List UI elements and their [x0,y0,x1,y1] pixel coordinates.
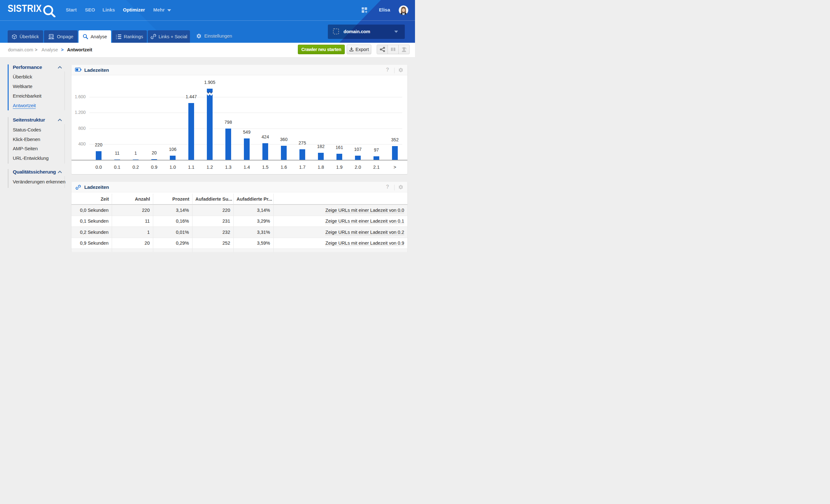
svg-text:3: 3 [116,38,117,39]
